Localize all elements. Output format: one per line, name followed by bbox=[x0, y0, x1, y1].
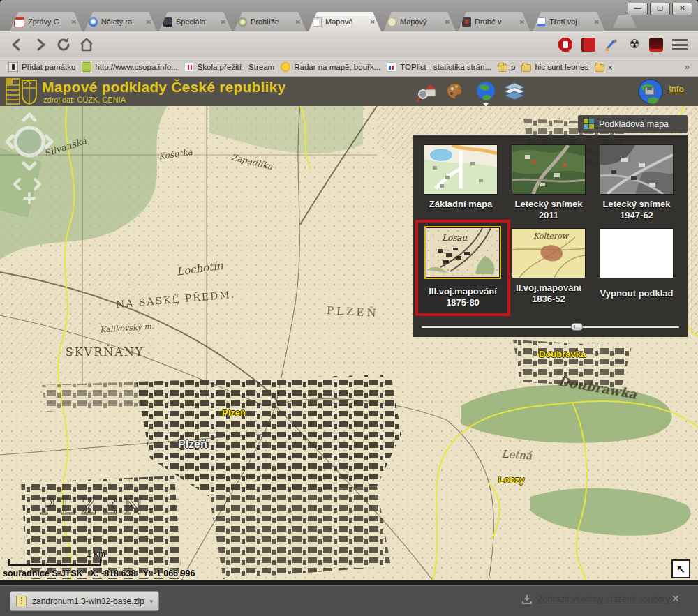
basemap-option-iii-voj-mapovani-selected[interactable]: Losau III.voj.mapování1875-80 bbox=[415, 220, 510, 316]
bookmark-skola-preziti[interactable]: Škola přežití - Stream bbox=[184, 62, 275, 72]
dark-app-favicon bbox=[163, 17, 172, 27]
step-left-icon bbox=[15, 179, 20, 189]
tab-prohlizec[interactable]: Prohlíže ✕ bbox=[234, 12, 306, 31]
close-button[interactable]: ✕ bbox=[672, 3, 692, 15]
basemap-panel-header[interactable]: Podkladová mapa bbox=[578, 115, 688, 133]
new-tab-button[interactable] bbox=[613, 15, 637, 28]
download-tray-icon bbox=[522, 594, 532, 604]
folder-icon bbox=[595, 64, 604, 72]
bookmarks-bar: Přidat památku http://www.csopa.info... … bbox=[0, 57, 698, 77]
basemap-panel-title: Podkladová mapa bbox=[599, 119, 669, 129]
zip-file-icon bbox=[16, 596, 27, 606]
blue-page-favicon bbox=[537, 17, 546, 27]
folder-icon bbox=[498, 64, 507, 72]
screenshot-icon[interactable] bbox=[649, 38, 663, 52]
forward-button[interactable] bbox=[32, 36, 49, 53]
thumbnail-letecky-2011[interactable] bbox=[512, 144, 586, 195]
opacity-slider[interactable] bbox=[422, 323, 679, 331]
bookmark-label: Škola přežití - Stream bbox=[198, 63, 275, 71]
bookmarks-overflow-chevron[interactable]: » bbox=[685, 61, 690, 72]
browser-toolbar: mapy.kr-plzensky.cz /gis/cr/ f ➢ ☆ ☢ bbox=[0, 31, 698, 57]
tab-close-icon[interactable]: ✕ bbox=[593, 18, 601, 26]
basemap-panel: Základní mapa Letecký snímek2011 bbox=[413, 135, 688, 337]
tab-label: Prohlíže bbox=[251, 17, 290, 26]
tab-close-icon[interactable]: ✕ bbox=[518, 18, 526, 26]
show-all-downloads-link[interactable]: Zobrazit všechny stažené soubory... bbox=[537, 594, 676, 604]
bookmark-folder-hic-sunt-leones[interactable]: hic sunt leones bbox=[521, 62, 588, 72]
menu-icon[interactable] bbox=[672, 39, 688, 50]
tab-specialni[interactable]: Speciáln ✕ bbox=[159, 12, 232, 31]
download-caret-icon[interactable]: ▾ bbox=[149, 598, 153, 605]
tab-close-icon[interactable]: ✕ bbox=[144, 18, 153, 26]
basemap-option-ii-voj-mapovani[interactable]: Kolterow II.voj.mapování1836-52 bbox=[505, 228, 592, 306]
radiation-icon[interactable]: ☢ bbox=[628, 38, 641, 52]
bookmark-radar[interactable]: Radar na mapě, bouřk... bbox=[281, 62, 380, 72]
slider-track[interactable] bbox=[422, 326, 679, 328]
thumbnail-ii-voj[interactable]: Kolterow bbox=[512, 228, 586, 278]
basemap-option-zakladni-mapa[interactable]: Základní mapa bbox=[417, 144, 504, 210]
bookmark-pridat-pamatku[interactable]: Přidat památku bbox=[8, 62, 75, 72]
layers-icon[interactable] bbox=[503, 80, 525, 103]
basemap-squares-icon bbox=[584, 119, 594, 129]
tab-close-icon[interactable]: ✕ bbox=[70, 18, 78, 26]
reload-button[interactable] bbox=[56, 36, 73, 53]
tab-close-icon[interactable]: ✕ bbox=[443, 18, 452, 26]
basemap-globe-icon[interactable] bbox=[475, 80, 497, 103]
scale-label: 1 km bbox=[87, 549, 105, 559]
pause-icon bbox=[184, 62, 194, 72]
slate-red-favicon bbox=[462, 17, 471, 27]
thumbnail-vypnout[interactable] bbox=[600, 228, 674, 278]
basemap-option-label: Letecký snímek1947-62 bbox=[593, 199, 680, 222]
pan-control[interactable] bbox=[1, 110, 57, 208]
maximize-button[interactable]: ▢ bbox=[650, 3, 670, 15]
tab-druhe[interactable]: Druhé v ✕ bbox=[458, 12, 530, 31]
basemap-option-letecky-1947[interactable]: Letecký snímek1947-62 bbox=[593, 144, 680, 222]
thumbnail-zakladni-mapa[interactable] bbox=[424, 144, 498, 195]
tab-treti[interactable]: Třetí voj ✕ bbox=[533, 12, 605, 31]
browser-window: — ▢ ✕ Zprávy G ✕ Nálety ra ✕ Speciáln ✕ … bbox=[0, 0, 698, 616]
pan-right-icon bbox=[46, 136, 52, 147]
home-button[interactable] bbox=[78, 36, 95, 53]
basemap-option-vypnout-podklad[interactable]: Vypnout podklad bbox=[593, 228, 680, 299]
historic-label: SKVRŇANY bbox=[66, 345, 144, 359]
tab-close-icon[interactable]: ✕ bbox=[294, 18, 302, 26]
pen-icon[interactable] bbox=[604, 38, 618, 52]
palette-icon[interactable] bbox=[445, 80, 468, 103]
basemap-option-label: Základní mapa bbox=[417, 199, 504, 210]
bookmark-folder-x[interactable]: x bbox=[595, 62, 612, 72]
bookmark-toplist[interactable]: TOPlist - statistika strán... bbox=[387, 62, 491, 72]
news-favicon bbox=[14, 17, 24, 27]
historic-label: PLZEN bbox=[40, 493, 149, 520]
overview-arrow-button[interactable]: ↖ bbox=[671, 559, 690, 578]
gis-label-doubravka: Doubravka bbox=[539, 349, 586, 359]
download-bar: zandronum1.3-win32-base.zip ▾ Zobrazit v… bbox=[0, 585, 698, 616]
tab-mapove-active[interactable]: Mapové ✕ bbox=[309, 12, 381, 31]
minimize-button[interactable]: — bbox=[628, 3, 648, 15]
tab-mapovy[interactable]: Mapový ✕ bbox=[383, 12, 456, 31]
historic-label: Letná bbox=[501, 448, 533, 463]
map-viewport[interactable]: Silvanská Košutka Zapadlíka Lochotín NA … bbox=[0, 106, 698, 580]
tab-label: Druhé v bbox=[475, 17, 514, 26]
red-book-icon[interactable] bbox=[581, 38, 595, 52]
tab-close-icon[interactable]: ✕ bbox=[219, 18, 228, 26]
thumbnail-letecky-1947[interactable] bbox=[600, 144, 674, 195]
tab-close-icon[interactable]: ✕ bbox=[369, 18, 377, 26]
tab-nalety[interactable]: Nálety ra ✕ bbox=[84, 12, 157, 31]
pan-up-icon bbox=[24, 114, 35, 120]
basemap-option-letecky-2011[interactable]: Letecký snímek2011 bbox=[505, 144, 592, 222]
bookmark-folder-p[interactable]: p bbox=[498, 62, 515, 72]
back-button[interactable] bbox=[8, 36, 25, 53]
info-link[interactable]: Info bbox=[669, 84, 684, 94]
slider-handle[interactable] bbox=[571, 323, 583, 331]
bookmark-label: Přidat památku bbox=[22, 63, 75, 71]
download-item-button[interactable]: zandronum1.3-win32-base.zip ▾ bbox=[10, 591, 159, 611]
adblock-stop-icon[interactable] bbox=[558, 38, 572, 52]
tab-zpravy[interactable]: Zprávy G ✕ bbox=[10, 12, 82, 31]
page-favicon bbox=[313, 17, 322, 27]
bookmark-csopa[interactable]: http://www.csopa.info... bbox=[82, 62, 177, 72]
download-bar-close-icon[interactable]: ✕ bbox=[671, 593, 680, 604]
globe-save-icon[interactable] bbox=[637, 77, 659, 100]
thumbnail-iii-voj[interactable]: Losau bbox=[426, 227, 500, 278]
address-search-icon[interactable] bbox=[416, 80, 438, 103]
scale-bar bbox=[8, 559, 101, 566]
